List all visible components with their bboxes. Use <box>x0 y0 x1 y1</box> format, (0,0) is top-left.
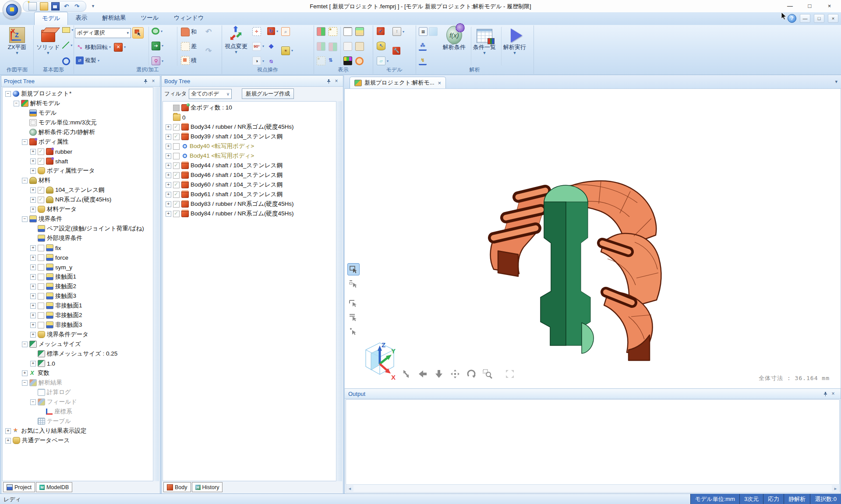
pin-icon[interactable] <box>141 77 149 85</box>
project-tree-scrollbar[interactable] <box>153 87 159 481</box>
project-tree-item[interactable]: 解析条件:応力/静解析 <box>3 127 159 137</box>
project-tree-item[interactable]: +104_ステンレス鋼 <box>3 185 159 195</box>
body-tree-item[interactable]: +Body34 / rubber / NR系ゴム(硬度45Hs) <box>163 122 342 132</box>
model-stats-icon[interactable]: ▦ <box>419 27 428 36</box>
circle-tool-icon[interactable] <box>62 57 70 65</box>
body-tree-item[interactable]: 0 <box>163 113 342 122</box>
tree-checkbox[interactable] <box>38 158 44 165</box>
tree-expander-icon[interactable]: − <box>22 380 28 386</box>
tab-body[interactable]: Body <box>163 482 191 492</box>
pick-body-icon[interactable]: ↖ <box>377 42 385 50</box>
select-face-button[interactable] <box>347 278 359 289</box>
zx-plane-button[interactable]: XZ ZX平面 ▼ <box>6 27 28 66</box>
project-tree-item[interactable]: −材料 <box>3 176 159 185</box>
tree-expander-icon[interactable]: + <box>30 332 36 338</box>
pin-icon[interactable] <box>821 390 829 398</box>
rotate-left-button[interactable] <box>417 368 428 380</box>
tree-checkbox[interactable] <box>38 187 44 194</box>
project-tree-item[interactable]: テーブル <box>3 416 159 426</box>
project-tree-item[interactable]: ペア設定(接触/ジョイント荷重/ばね) <box>3 224 159 233</box>
tree-checkbox[interactable] <box>173 105 180 111</box>
tree-expander-icon[interactable]: + <box>30 274 36 280</box>
tree-checkbox[interactable] <box>173 143 180 150</box>
close-icon[interactable]: × <box>438 80 442 86</box>
tab-analysis-results[interactable]: 解析結果 <box>95 12 133 25</box>
tab-modeldb[interactable]: M ModelDB <box>36 482 72 492</box>
boolean-union-button[interactable]: 和 <box>180 27 203 37</box>
window-minimize-button[interactable]: — <box>780 0 800 12</box>
tree-checkbox[interactable] <box>173 172 180 179</box>
tab-list-icon[interactable]: ▾ <box>835 79 837 85</box>
project-tree-item[interactable]: −新規プロジェクト* <box>3 89 159 99</box>
project-tree-item[interactable]: +非接触面3 <box>3 320 159 330</box>
tree-expander-icon[interactable]: + <box>30 313 36 318</box>
restore-visibility-icon[interactable]: ⇅ <box>329 57 336 65</box>
save-icon[interactable] <box>51 2 60 11</box>
rotate-view-button[interactable] <box>401 368 412 380</box>
output-log[interactable] <box>346 399 840 485</box>
tree-expander-icon[interactable]: + <box>30 159 36 164</box>
show-hidden-bodies-icon[interactable] <box>317 42 325 51</box>
project-tree-item[interactable]: −解析モデル <box>3 99 159 108</box>
tree-expander-icon[interactable]: + <box>166 173 171 178</box>
tree-checkbox[interactable] <box>173 124 180 130</box>
view-probe-icon[interactable]: ⍉ <box>267 57 275 65</box>
tree-expander-icon[interactable]: + <box>30 168 36 174</box>
project-tree-item[interactable]: +非接触面2 <box>3 310 159 320</box>
fit-view-icon[interactable]: ✛ <box>252 27 261 36</box>
orbit-button[interactable] <box>466 368 477 380</box>
body-tree-item[interactable]: +Body41 <転写用ボディ> <box>163 151 342 161</box>
rectangle-tool-icon[interactable] <box>62 27 70 33</box>
extrude-tool-icon[interactable]: ➔ <box>152 42 160 50</box>
hidden-line-mode-icon[interactable] <box>343 42 352 51</box>
color-palette-icon[interactable] <box>343 56 352 65</box>
scroll-right-icon[interactable]: ► <box>832 485 839 492</box>
tab-history[interactable]: H History <box>192 482 223 492</box>
tree-expander-icon[interactable]: + <box>30 303 36 309</box>
tree-checkbox[interactable] <box>173 162 180 169</box>
project-tree-item[interactable]: +共通データベース <box>3 436 159 445</box>
project-tree-item[interactable]: +rubber <box>3 147 159 156</box>
tree-checkbox[interactable] <box>173 191 180 198</box>
project-tree-item[interactable]: 座標系 <box>3 407 159 416</box>
project-tree-item[interactable]: −メッシュサイズ <box>3 339 159 349</box>
tree-expander-icon[interactable]: − <box>22 139 28 145</box>
tree-expander-icon[interactable]: + <box>166 201 171 207</box>
tree-expander-icon[interactable]: + <box>166 211 171 217</box>
project-tree-item[interactable]: 外部境界条件 <box>3 233 159 243</box>
body-tree-item[interactable]: +Body39 / shaft / 104_ステンレス鋼 <box>163 132 342 141</box>
tree-checkbox[interactable] <box>38 197 44 203</box>
show-bodies-icon[interactable] <box>317 27 325 36</box>
project-tree-item[interactable]: −境界条件 <box>3 214 159 224</box>
multi-view-icon[interactable]: ❖ <box>267 42 275 50</box>
tree-expander-icon[interactable]: + <box>166 153 171 159</box>
select-tool-button[interactable] <box>132 27 144 39</box>
tree-expander-icon[interactable]: − <box>22 178 28 183</box>
tree-expander-icon[interactable]: − <box>14 101 19 106</box>
project-tree-item[interactable]: +非接触面1 <box>3 301 159 310</box>
tree-checkbox[interactable] <box>38 303 44 309</box>
model-box-icon[interactable]: ▱ <box>377 56 385 65</box>
project-tree-item[interactable]: +shaft <box>3 156 159 166</box>
tree-expander-icon[interactable]: + <box>30 255 36 261</box>
redo-icon[interactable]: ↷ <box>73 3 81 10</box>
tab-window[interactable]: ウィンドウ <box>166 12 212 25</box>
swap-visibility-icon[interactable] <box>329 42 337 51</box>
tree-expander-icon[interactable]: + <box>30 264 36 270</box>
tree-expander-icon[interactable]: + <box>5 438 11 444</box>
qat-overflow-icon[interactable]: ▼ <box>91 4 95 8</box>
project-tree-item[interactable]: +sym_y <box>3 262 159 272</box>
tree-expander-icon[interactable]: + <box>30 361 36 367</box>
body-tree-item[interactable]: 全ボディ数 : 10 <box>163 103 342 113</box>
tree-expander-icon[interactable]: + <box>30 197 36 203</box>
project-tree-item[interactable]: 標準メッシュサイズ : 0.25 <box>3 349 159 359</box>
delete-body-button[interactable]: ✕ ▾ <box>113 42 127 52</box>
tree-checkbox[interactable] <box>38 312 44 319</box>
isolate-view-icon[interactable]: ✸ <box>329 27 337 36</box>
project-tree-item[interactable]: モデル単位:mm/3次元 <box>3 118 159 127</box>
close-icon[interactable]: × <box>149 77 157 85</box>
undo-icon[interactable]: ↶ <box>63 3 70 10</box>
tree-checkbox[interactable] <box>38 274 44 280</box>
select-body-button[interactable] <box>347 263 360 275</box>
tree-checkbox[interactable] <box>173 211 180 217</box>
